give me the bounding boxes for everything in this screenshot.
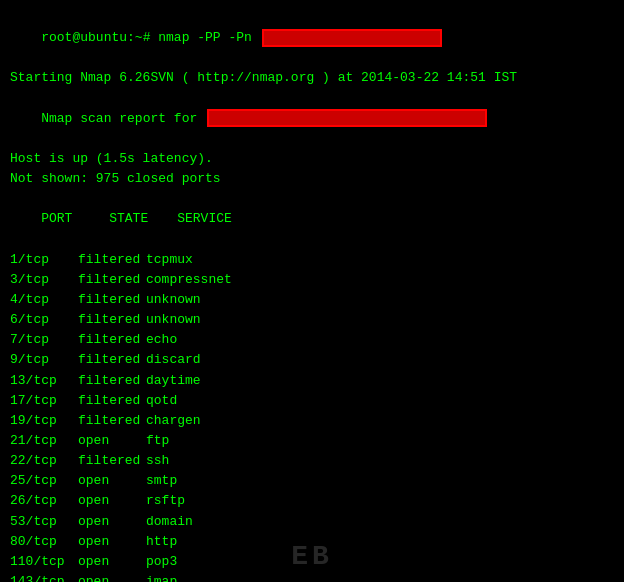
- service-col: pop3: [146, 552, 177, 572]
- service-col: compressnet: [146, 270, 232, 290]
- state-col: open: [78, 572, 146, 582]
- scan-report-prefix: Nmap scan report for: [41, 111, 205, 126]
- table-row: 53/tcpopendomain: [10, 512, 614, 532]
- header-port: PORT: [41, 209, 109, 229]
- table-row: 25/tcpopensmtp: [10, 471, 614, 491]
- service-col: rsftp: [146, 491, 185, 511]
- service-col: domain: [146, 512, 193, 532]
- header-state: STATE: [109, 209, 177, 229]
- port-col: 53/tcp: [10, 512, 78, 532]
- table-header: PORTSTATESERVICE: [10, 189, 614, 249]
- service-col: daytime: [146, 371, 201, 391]
- port-col: 1/tcp: [10, 250, 78, 270]
- state-col: open: [78, 512, 146, 532]
- table-row: 22/tcpfilteredssh: [10, 451, 614, 471]
- port-col: 6/tcp: [10, 310, 78, 330]
- port-col: 4/tcp: [10, 290, 78, 310]
- port-col: 143/tcp: [10, 572, 78, 582]
- state-col: open: [78, 491, 146, 511]
- table-row: 143/tcpopenimap: [10, 572, 614, 582]
- state-col: open: [78, 532, 146, 552]
- table-row: 9/tcpfiltereddiscard: [10, 350, 614, 370]
- table-row: 26/tcpopenrsftp: [10, 491, 614, 511]
- scan-report-line: Nmap scan report for: [10, 89, 614, 149]
- redacted-target-host: [207, 109, 487, 127]
- state-col: filtered: [78, 330, 146, 350]
- port-col: 22/tcp: [10, 451, 78, 471]
- table-row: 1/tcpfilteredtcpmux: [10, 250, 614, 270]
- service-col: imap: [146, 572, 177, 582]
- not-shown-line: Not shown: 975 closed ports: [10, 169, 614, 189]
- port-col: 19/tcp: [10, 411, 78, 431]
- redacted-ip-command: [262, 29, 442, 47]
- service-col: qotd: [146, 391, 177, 411]
- table-row: 21/tcpopenftp: [10, 431, 614, 451]
- state-col: filtered: [78, 411, 146, 431]
- table-row: 4/tcpfilteredunknown: [10, 290, 614, 310]
- table-row: 13/tcpfiltereddaytime: [10, 371, 614, 391]
- state-col: filtered: [78, 290, 146, 310]
- service-col: ssh: [146, 451, 169, 471]
- state-col: filtered: [78, 350, 146, 370]
- port-col: 7/tcp: [10, 330, 78, 350]
- table-row: 19/tcpfilteredchargen: [10, 411, 614, 431]
- state-col: filtered: [78, 310, 146, 330]
- prompt-text: root@ubuntu:~# nmap -PP -Pn: [41, 30, 259, 45]
- table-row: 7/tcpfilteredecho: [10, 330, 614, 350]
- state-col: open: [78, 431, 146, 451]
- service-col: unknown: [146, 310, 201, 330]
- port-col: 26/tcp: [10, 491, 78, 511]
- state-col: filtered: [78, 451, 146, 471]
- service-col: tcpmux: [146, 250, 193, 270]
- host-up-line: Host is up (1.5s latency).: [10, 149, 614, 169]
- state-col: filtered: [78, 270, 146, 290]
- service-col: echo: [146, 330, 177, 350]
- service-col: chargen: [146, 411, 201, 431]
- port-col: 80/tcp: [10, 532, 78, 552]
- state-col: filtered: [78, 371, 146, 391]
- service-col: unknown: [146, 290, 201, 310]
- port-col: 110/tcp: [10, 552, 78, 572]
- service-col: discard: [146, 350, 201, 370]
- command-line: root@ubuntu:~# nmap -PP -Pn: [10, 8, 614, 68]
- port-col: 17/tcp: [10, 391, 78, 411]
- state-col: open: [78, 471, 146, 491]
- port-col: 21/tcp: [10, 431, 78, 451]
- state-col: filtered: [78, 391, 146, 411]
- service-col: ftp: [146, 431, 169, 451]
- port-col: 3/tcp: [10, 270, 78, 290]
- state-col: filtered: [78, 250, 146, 270]
- table-row: 17/tcpfilteredqotd: [10, 391, 614, 411]
- port-table: 1/tcpfilteredtcpmux3/tcpfilteredcompress…: [10, 250, 614, 582]
- port-col: 9/tcp: [10, 350, 78, 370]
- table-row: 80/tcpopenhttp: [10, 532, 614, 552]
- terminal-container: root@ubuntu:~# nmap -PP -Pn Starting Nma…: [10, 8, 614, 582]
- header-service: SERVICE: [177, 209, 232, 229]
- service-col: smtp: [146, 471, 177, 491]
- starting-line: Starting Nmap 6.26SVN ( http://nmap.org …: [10, 68, 614, 88]
- table-row: 3/tcpfilteredcompressnet: [10, 270, 614, 290]
- table-row: 6/tcpfilteredunknown: [10, 310, 614, 330]
- service-col: http: [146, 532, 177, 552]
- port-col: 25/tcp: [10, 471, 78, 491]
- table-row: 110/tcpopenpop3: [10, 552, 614, 572]
- port-col: 13/tcp: [10, 371, 78, 391]
- state-col: open: [78, 552, 146, 572]
